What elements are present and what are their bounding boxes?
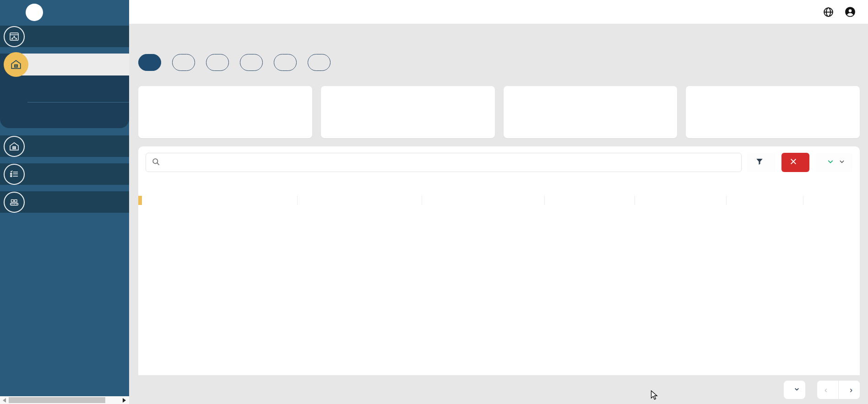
- stat-card-packing-completed: [504, 86, 678, 138]
- sidebar-item-order-management[interactable]: [0, 82, 129, 101]
- stats-row: [138, 86, 860, 138]
- sidebar-item-inventory[interactable]: [0, 163, 129, 185]
- previous-page-button[interactable]: ‹: [817, 381, 839, 399]
- search-box: [146, 153, 742, 172]
- close-icon: [790, 158, 797, 167]
- clear-filters-button[interactable]: [781, 153, 809, 172]
- search-icon: [152, 157, 160, 168]
- scrollbar-thumb[interactable]: [9, 397, 105, 403]
- chevron-right-icon: ›: [850, 386, 852, 394]
- scroll-left-icon[interactable]: [3, 398, 6, 403]
- chevron-left-icon: ‹: [825, 386, 827, 394]
- tab-sorting[interactable]: [240, 54, 263, 71]
- globe-icon[interactable]: [823, 6, 834, 18]
- tab-packing[interactable]: [206, 54, 229, 71]
- next-page-button[interactable]: ›: [839, 381, 860, 399]
- tab-batching[interactable]: [138, 54, 161, 71]
- table-header-row: [138, 176, 860, 196]
- page-title: [138, 34, 860, 47]
- table-row-partial: [138, 196, 860, 205]
- tab-picking[interactable]: [172, 54, 195, 71]
- sidebar-item-outbound-logistics[interactable]: [0, 54, 129, 75]
- sidebar-item-setup[interactable]: [0, 191, 129, 213]
- outbound-logistics-icon: [4, 52, 28, 77]
- setup-icon: [4, 192, 25, 213]
- stat-card-in-progress: [686, 86, 860, 138]
- table-toolbar: [138, 146, 860, 176]
- inbound-logistics-icon: [4, 136, 25, 157]
- tab-exceptions[interactable]: [308, 54, 331, 71]
- horizontal-scrollbar[interactable]: [0, 396, 129, 404]
- sidebar-item-dashboard[interactable]: [0, 26, 129, 47]
- tab-bar: [138, 54, 860, 71]
- per-page-select[interactable]: [784, 381, 805, 399]
- scroll-right-icon[interactable]: [123, 398, 126, 403]
- sort-by-button[interactable]: [815, 153, 852, 172]
- sidebar-group-outbound: [0, 54, 129, 128]
- submenu-divider: [27, 102, 129, 102]
- inventory-icon: [4, 164, 25, 185]
- content: ‹ ›: [129, 24, 868, 404]
- sort-direction-icon: [827, 158, 834, 167]
- row-accent: [138, 196, 142, 205]
- batches-table-card: [138, 146, 860, 375]
- main-area: ‹ ›: [129, 0, 868, 404]
- sidebar-item-inbound-logistics[interactable]: [0, 135, 129, 157]
- stat-card-picking-completed: [321, 86, 495, 138]
- active-highlight: [21, 54, 129, 75]
- funnel-icon: [755, 157, 764, 168]
- dashboard-icon: [4, 26, 25, 47]
- chevron-down-icon: [839, 158, 845, 167]
- stat-card-total-batches: [138, 86, 312, 138]
- filter-button[interactable]: [747, 153, 776, 172]
- tab-shipping[interactable]: [274, 54, 297, 71]
- hopstack-logo-icon: [26, 4, 43, 21]
- brand: [0, 0, 129, 26]
- topbar: [129, 0, 868, 24]
- pagination-bar: ‹ ›: [138, 375, 860, 404]
- sidebar: [0, 0, 129, 396]
- sidebar-item-operations[interactable]: [0, 103, 129, 123]
- search-input[interactable]: [165, 158, 732, 167]
- chevron-down-icon: [794, 386, 800, 394]
- account-icon[interactable]: [844, 6, 856, 18]
